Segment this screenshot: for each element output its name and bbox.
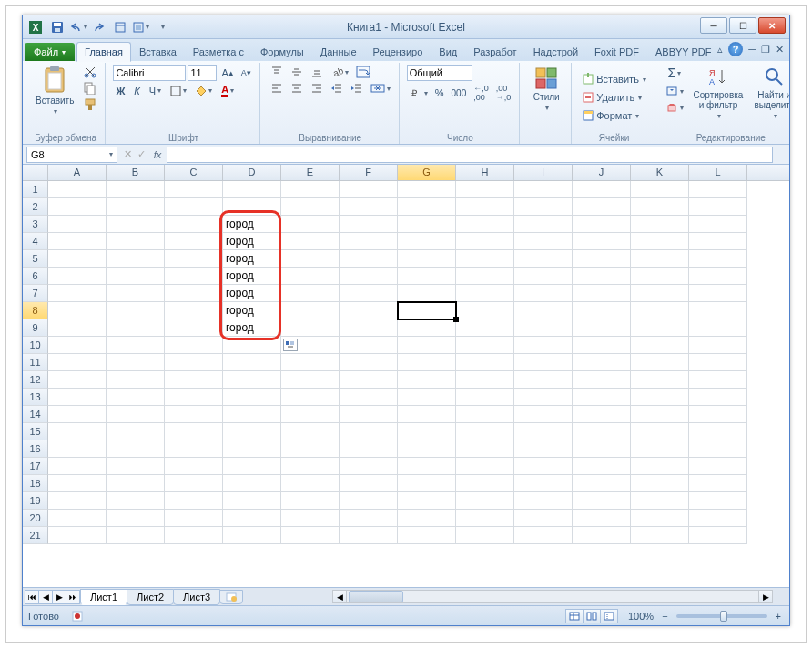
cell[interactable] [514,216,573,233]
cell[interactable] [340,250,398,268]
cell[interactable] [456,492,514,510]
scroll-right-icon[interactable]: ▶ [758,591,772,602]
cell[interactable] [456,406,514,423]
cell[interactable] [281,354,340,371]
cell[interactable] [398,527,456,544]
border-icon[interactable]: ▾ [167,85,189,97]
cell[interactable] [340,319,398,337]
cell[interactable] [48,440,107,458]
cell[interactable] [107,198,165,216]
cell[interactable] [107,423,165,440]
sheet-nav-prev-icon[interactable]: ◀ [38,590,53,604]
row-header[interactable]: 21 [23,527,48,544]
cell[interactable] [631,268,689,285]
cell[interactable] [48,216,107,233]
qat-customize-icon[interactable]: ▾ [153,18,171,36]
maximize-button[interactable]: ☐ [729,17,756,34]
cell[interactable] [107,233,165,250]
cell[interactable]: город [223,302,281,319]
cell[interactable] [281,371,340,389]
zoom-level[interactable]: 100% [628,611,654,622]
paste-button[interactable]: Вставить ▾ [32,65,77,117]
cut-icon[interactable] [81,65,99,79]
cell[interactable] [689,423,747,440]
align-left-icon[interactable] [268,81,286,96]
cell[interactable] [107,302,165,319]
cell[interactable] [573,510,631,527]
cell[interactable] [398,337,456,354]
row-header[interactable]: 13 [23,389,48,406]
cell[interactable] [281,458,340,475]
cell[interactable] [573,354,631,371]
cell[interactable] [631,510,689,527]
column-header-C[interactable]: C [165,165,223,180]
cell[interactable] [281,475,340,492]
macro-record-icon[interactable] [68,609,86,623]
cell[interactable] [107,216,165,233]
cell[interactable] [689,406,747,423]
cell[interactable] [48,510,107,527]
cell[interactable] [456,389,514,406]
cell[interactable] [107,440,165,458]
font-size-select[interactable] [188,65,217,81]
column-header-D[interactable]: D [223,165,281,180]
cell[interactable] [689,302,747,319]
tab-foxit[interactable]: Foxit PDF [586,42,647,61]
column-header-B[interactable]: B [107,165,165,180]
cell[interactable] [456,233,514,250]
cell[interactable] [689,250,747,268]
cell[interactable] [48,285,107,302]
format-cells-button[interactable]: Формат▾ [579,108,642,123]
cell[interactable] [223,406,281,423]
cell[interactable] [631,440,689,458]
cell[interactable] [573,492,631,510]
tab-home[interactable]: Главная [76,42,131,62]
page-break-view-icon[interactable] [600,609,618,623]
fill-color-icon[interactable]: ▾ [193,85,215,97]
cell[interactable] [223,527,281,544]
wrap-text-icon[interactable] [353,65,373,79]
cell[interactable] [631,337,689,354]
cell[interactable] [340,371,398,389]
cell[interactable] [281,233,340,250]
cell[interactable] [165,285,223,302]
cell[interactable] [398,233,456,250]
cell[interactable] [107,510,165,527]
cell[interactable] [165,492,223,510]
cell[interactable] [631,458,689,475]
cell[interactable] [631,527,689,544]
cell[interactable] [223,198,281,216]
cell[interactable] [689,181,747,198]
tab-addins[interactable]: Надстрой [525,42,586,61]
tab-formulas[interactable]: Формулы [252,42,312,61]
cell[interactable] [456,216,514,233]
italic-button[interactable]: К [131,85,142,97]
column-header-A[interactable]: A [48,165,107,180]
increase-font-icon[interactable]: A▴ [218,66,236,80]
cell[interactable] [340,354,398,371]
column-header-H[interactable]: H [456,165,514,180]
accounting-format-icon[interactable]: ₽▾ [407,86,431,100]
cell[interactable] [456,337,514,354]
cell[interactable] [281,250,340,268]
tab-layout[interactable]: Разметка с [185,42,252,61]
cell[interactable] [165,233,223,250]
cell[interactable] [223,354,281,371]
cell[interactable] [281,440,340,458]
column-header-I[interactable]: I [514,165,573,180]
row-header[interactable]: 3 [23,216,48,233]
cell[interactable]: город [223,233,281,250]
cell[interactable] [165,458,223,475]
ribbon-minimize-icon[interactable]: ▵ [717,44,723,56]
cell[interactable] [631,233,689,250]
find-select-button[interactable]: Найти и выделить▾ [750,65,789,122]
cell[interactable] [340,198,398,216]
cell[interactable] [456,475,514,492]
insert-cells-button[interactable]: Вставить▾ [579,72,649,86]
cell[interactable]: город [223,268,281,285]
number-format-select[interactable] [407,65,472,81]
cell[interactable] [398,285,456,302]
cell[interactable] [514,458,573,475]
row-header[interactable]: 15 [23,423,48,440]
cell[interactable] [107,319,165,337]
